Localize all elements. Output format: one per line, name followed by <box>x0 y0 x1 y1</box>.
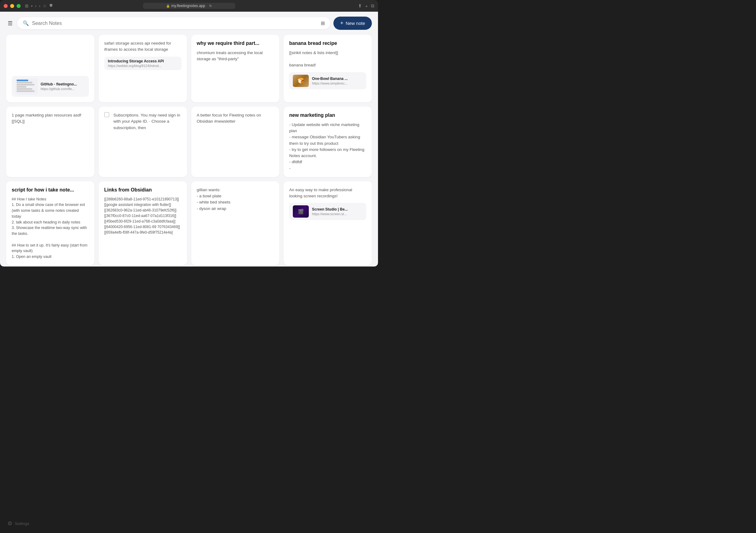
thumb-bar <box>16 90 35 92</box>
close-button[interactable] <box>4 4 8 8</box>
note-body: ## How I take Notes 1. Do a small show c… <box>12 196 89 260</box>
note-footer-text: GitHub - fleetingno... https://github.co… <box>40 82 85 91</box>
note-card[interactable]: A better focus for Fleeting notes on Obs… <box>191 107 280 177</box>
forward-icon[interactable]: › <box>39 3 40 8</box>
new-note-label: New note <box>346 21 365 26</box>
note-link-footer: GitHub - fleetingno... https://github.co… <box>12 76 89 97</box>
app-content: ☰ 🔍 ⊞ + New note <box>0 12 378 266</box>
note-card[interactable]: GitHub - fleetingno... https://github.co… <box>6 35 94 102</box>
tabs-icon[interactable]: ⧉ <box>371 3 374 9</box>
note-title: new marketing plan <box>289 112 366 119</box>
note-body: - Update website with niche marketing pl… <box>289 122 366 171</box>
maximize-button[interactable] <box>16 4 21 8</box>
note-card[interactable]: safari storage access api needed for ifr… <box>99 35 187 102</box>
filter-icon[interactable]: ⊞ <box>321 20 325 26</box>
note-body: chromium treats accessing the local stor… <box>197 50 274 63</box>
note-body: safari storage access api needed for ifr… <box>104 40 181 53</box>
note-card[interactable]: Links from Obsidian [[288b6260-88a8-11ed… <box>99 181 187 265</box>
note-title: banana bread recipe <box>289 40 366 47</box>
search-icon: 🔍 <box>23 20 29 26</box>
chevron-down-icon[interactable]: ▾ <box>31 4 33 8</box>
thumb-bar <box>16 84 35 86</box>
note-footer-title: Introducing Storage Access API <box>108 59 178 63</box>
notes-grid: GitHub - fleetingno... https://github.co… <box>0 33 378 266</box>
note-footer-url: https://github.com/fle... <box>40 87 85 91</box>
plus-icon: + <box>340 20 343 26</box>
note-body: 1 page marketing plan resources asdf [[S… <box>12 112 89 125</box>
note-card[interactable]: Subscriptions. You may need sign in with… <box>99 107 187 177</box>
note-body: An easy way to make professional looking… <box>289 187 366 199</box>
note-card[interactable]: why we require third part... chromium tr… <box>191 35 280 102</box>
titlebar: ⊞ ▾ ‹ › ☆ ⛊ 🔒 my.fleetingnotes.app ↻ ⬆ +… <box>0 0 378 12</box>
thumb-bar <box>16 88 32 90</box>
thumb-bar <box>16 86 26 88</box>
sidebar-toggle-icon[interactable]: ⊞ <box>25 3 29 8</box>
note-card[interactable]: 1 page marketing plan resources asdf [[S… <box>6 107 94 177</box>
note-card[interactable]: banana bread recipe [[sirikit notes & li… <box>284 35 372 102</box>
note-footer-url: https://www.screen.st... <box>312 212 363 216</box>
minimize-button[interactable] <box>10 4 14 8</box>
note-title: script for how i take note... <box>12 187 89 193</box>
note-footer-url: https://webkit.org/blog/8124/introd... <box>108 64 178 68</box>
reload-icon[interactable]: ↻ <box>209 4 212 8</box>
note-footer-url: https://www.simplerec... <box>312 82 363 85</box>
checkbox-icon[interactable] <box>104 112 109 117</box>
note-footer-text: Introducing Storage Access API https://w… <box>108 59 178 68</box>
note-footer-title: One-Bowl Banana ... <box>312 77 363 81</box>
shield-icon[interactable]: ⛊ <box>49 4 53 8</box>
bookmark-icon[interactable]: ☆ <box>43 3 47 8</box>
new-note-button[interactable]: + New note <box>334 16 372 30</box>
note-title: Links from Obsidian <box>104 187 181 193</box>
note-body: [[sirikit notes & lists intent]]banana b… <box>289 50 366 68</box>
note-card[interactable]: gillian wants: - a bowl plate - white be… <box>191 181 280 265</box>
note-link-footer: 🎬 Screen Studio | Be... https://www.scre… <box>289 203 366 220</box>
search-bar: 🔍 ⊞ <box>17 17 330 29</box>
url-bar[interactable]: 🔒 my.fleetingnotes.app ↻ <box>143 3 235 9</box>
thumb-bar <box>16 82 32 83</box>
search-input[interactable] <box>32 21 318 26</box>
note-title: why we require third part... <box>197 40 274 47</box>
note-link-footer: Introducing Storage Access API https://w… <box>104 57 181 70</box>
lock-icon: 🔒 <box>166 4 170 8</box>
note-body: [[288b6260-88a8-11ed-9751-e10121890713]]… <box>104 196 181 235</box>
note-body: Subscriptions. You may need sign in with… <box>114 112 181 131</box>
note-body: A better focus for Fleeting notes on Obs… <box>197 112 274 125</box>
bread-thumbnail: 🍞 <box>293 75 309 87</box>
screen-studio-thumbnail: 🎬 <box>293 205 309 217</box>
note-footer-title: GitHub - fleetingno... <box>40 82 85 87</box>
url-text: my.fleetingnotes.app <box>171 4 205 8</box>
traffic-lights <box>4 4 21 8</box>
note-link-footer: 🍞 One-Bowl Banana ... https://www.simple… <box>289 72 366 89</box>
back-icon[interactable]: ‹ <box>35 3 37 8</box>
note-body-row: Subscriptions. You may need sign in with… <box>104 112 181 131</box>
share-icon[interactable]: ⬆ <box>358 3 362 9</box>
thumb-bar <box>16 80 28 81</box>
titlebar-controls: ⊞ ▾ ‹ › ☆ ⛊ <box>25 3 53 8</box>
note-body: gillian wants: - a bowl plate - white be… <box>197 187 274 212</box>
new-tab-icon[interactable]: + <box>365 3 368 9</box>
note-card[interactable]: An easy way to make professional looking… <box>284 181 372 265</box>
note-footer-title: Screen Studio | Be... <box>312 207 363 212</box>
note-footer-text: One-Bowl Banana ... https://www.simplere… <box>312 77 363 85</box>
topbar: ☰ 🔍 ⊞ + New note <box>0 12 378 33</box>
note-footer-text: Screen Studio | Be... https://www.screen… <box>312 207 363 216</box>
menu-icon[interactable]: ☰ <box>6 18 14 28</box>
page-thumbnail <box>15 78 38 94</box>
titlebar-right-controls: ⬆ + ⧉ <box>358 3 374 9</box>
note-card[interactable]: script for how i take note... ## How I t… <box>6 181 94 265</box>
note-card[interactable]: new marketing plan - Update website with… <box>284 107 372 177</box>
